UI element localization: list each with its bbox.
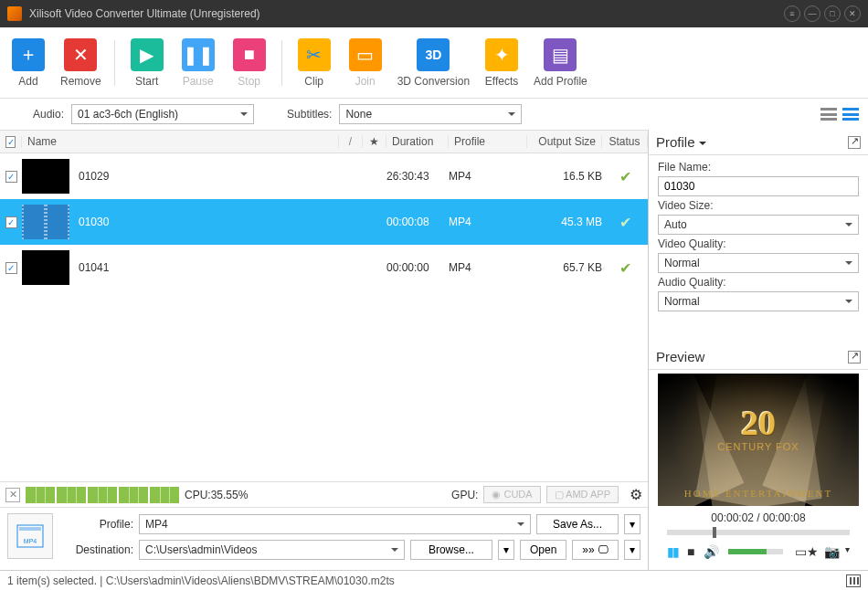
videoquality-select[interactable]: Normal — [658, 253, 859, 273]
check-icon: ✔ — [619, 215, 631, 230]
svg-rect-1 — [19, 527, 41, 531]
select-all-checkbox[interactable] — [5, 136, 16, 148]
remove-button[interactable]: ✕ Remove — [60, 38, 101, 88]
col-duration[interactable]: Duration — [386, 135, 449, 148]
col-slash[interactable]: / — [339, 135, 363, 148]
save-as-button[interactable]: Save As... — [536, 514, 619, 534]
col-name[interactable]: Name — [22, 135, 339, 148]
destination-select[interactable]: C:\Users\admin\Videos — [139, 540, 405, 560]
cuda-button[interactable]: ◉ CUDA — [483, 486, 540, 503]
x-icon: ✕ — [64, 38, 97, 71]
col-star[interactable]: ★ — [363, 135, 386, 148]
add-profile-button[interactable]: ▤ Add Profile — [534, 38, 587, 88]
maximize-button[interactable]: □ — [824, 5, 841, 22]
profile-select[interactable]: MP4 — [139, 514, 531, 534]
expand-preview-icon[interactable] — [848, 351, 861, 363]
join-button[interactable]: ▭ Join — [346, 38, 385, 88]
table-row[interactable]: 0104100:00:00MP465.7 KB✔ — [0, 245, 648, 290]
start-button[interactable]: ▶ Start — [128, 38, 166, 88]
row-name: 01029 — [79, 170, 109, 183]
cpu-cores — [26, 487, 179, 503]
subtitles-select[interactable]: None — [339, 104, 522, 124]
audioquality-select[interactable]: Normal — [658, 291, 859, 311]
open-button[interactable]: Open — [520, 540, 566, 560]
clip-button[interactable]: ✂ Clip — [295, 38, 333, 88]
row-outsize: 45.3 MB — [527, 216, 602, 228]
plus-icon: ＋ — [12, 38, 45, 71]
view-list-button[interactable] — [820, 108, 837, 121]
preview-play-button[interactable]: ▮▮ — [667, 544, 678, 559]
status-text: 1 item(s) selected. | C:\Users\admin\Vid… — [7, 574, 395, 587]
videosize-label: Video Size: — [658, 199, 859, 212]
folder-icon: ▭ — [349, 38, 382, 71]
row-duration: 00:00:08 — [386, 216, 449, 228]
row-name: 01041 — [79, 261, 109, 274]
core-disable-button[interactable]: ✕ — [5, 488, 20, 502]
add-button[interactable]: ＋ Add — [9, 38, 48, 88]
expand-profile-icon[interactable] — [848, 136, 861, 149]
bottom-panel: MP4 Profile: MP4 Save As... ▾ Destinatio… — [0, 507, 648, 570]
subtitles-label: Subtitles: — [287, 108, 332, 121]
gpu-label: GPU: — [451, 489, 478, 501]
snapshot-menu-icon[interactable]: ▾ — [845, 544, 850, 559]
preview-panel-title: Preview — [649, 344, 868, 370]
profile-thumb: MP4 — [7, 513, 53, 559]
wand-icon: ✦ — [485, 38, 518, 71]
gear-icon[interactable]: ⚙ — [630, 486, 642, 503]
snapshot-list-icon[interactable]: ▭★ — [795, 544, 819, 559]
row-profile: MP4 — [449, 261, 527, 274]
view-detail-button[interactable] — [842, 108, 859, 121]
pause-button[interactable]: ❚❚ Pause — [179, 38, 217, 88]
scissors-icon: ✂ — [298, 38, 331, 71]
seek-bar[interactable] — [667, 530, 850, 535]
filename-input[interactable] — [658, 176, 859, 196]
audioquality-label: Audio Quality: — [658, 276, 859, 289]
queue-menu-button[interactable]: ▾ — [624, 540, 640, 560]
svg-text:MP4: MP4 — [24, 538, 37, 544]
videosize-select[interactable]: Auto — [658, 215, 859, 235]
save-as-menu-button[interactable]: ▾ — [624, 514, 640, 534]
statusbar-view-icon[interactable] — [846, 574, 861, 587]
col-status[interactable]: Status — [602, 135, 648, 148]
toolbar: ＋ Add ✕ Remove ▶ Start ❚❚ Pause ■ Stop ✂… — [0, 27, 868, 99]
row-name: 01030 — [79, 216, 109, 228]
window-title: Xilisoft Video Converter Ultimate (Unreg… — [29, 7, 780, 20]
row-duration: 00:00:00 — [386, 261, 449, 274]
profile-icon: ▤ — [544, 38, 577, 71]
stop-button[interactable]: ■ Stop — [230, 38, 269, 88]
3d-icon: 3D — [417, 38, 450, 71]
cpu-row: ✕ CPU:35.55% GPU: ◉ CUDA ▢ AMD APP ⚙ — [0, 481, 648, 507]
row-profile: MP4 — [449, 170, 527, 183]
minimize-button[interactable]: — — [804, 5, 820, 22]
preview-image: 20 CENTURY FOX HOME ENTERTAINMENT — [658, 374, 859, 506]
effects-button[interactable]: ✦ Effects — [482, 38, 521, 88]
menu-button[interactable]: ≡ — [784, 5, 800, 22]
options-row: Audio: 01 ac3-6ch (English) Subtitles: N… — [0, 99, 868, 130]
audio-select[interactable]: 01 ac3-6ch (English) — [71, 104, 254, 124]
row-outsize: 16.5 KB — [527, 170, 602, 183]
col-outsize[interactable]: Output Size — [527, 135, 602, 148]
thumbnail — [22, 159, 69, 194]
table-row[interactable]: 0102926:30:43MP416.5 KB✔ — [0, 153, 648, 199]
browse-button[interactable]: Browse... — [410, 540, 492, 560]
close-button[interactable]: ✕ — [844, 5, 861, 22]
videoquality-label: Video Quality: — [658, 237, 859, 250]
titlebar: Xilisoft Video Converter Ultimate (Unreg… — [0, 0, 868, 27]
snapshot-icon[interactable]: 📷 — [824, 544, 840, 559]
preview-stop-button[interactable]: ■ — [687, 544, 694, 559]
row-checkbox[interactable] — [5, 262, 17, 274]
volume-slider[interactable] — [728, 549, 783, 554]
row-checkbox[interactable] — [5, 171, 17, 183]
row-checkbox[interactable] — [5, 216, 17, 228]
cpu-label: CPU:35.55% — [185, 489, 248, 501]
list-header: Name / ★ Duration Profile Output Size St… — [0, 130, 648, 153]
browse-menu-button[interactable]: ▾ — [498, 540, 514, 560]
pause-icon: ❚❚ — [182, 38, 215, 71]
volume-icon[interactable]: 🔊 — [704, 544, 719, 559]
3d-conversion-button[interactable]: 3D 3D Conversion — [397, 38, 470, 88]
thumbnail — [22, 250, 69, 285]
queue-button[interactable]: »» 🖵 — [572, 540, 619, 560]
amd-button[interactable]: ▢ AMD APP — [546, 486, 619, 503]
table-row[interactable]: 0103000:00:08MP445.3 MB✔ — [0, 199, 648, 245]
col-profile[interactable]: Profile — [449, 135, 527, 148]
